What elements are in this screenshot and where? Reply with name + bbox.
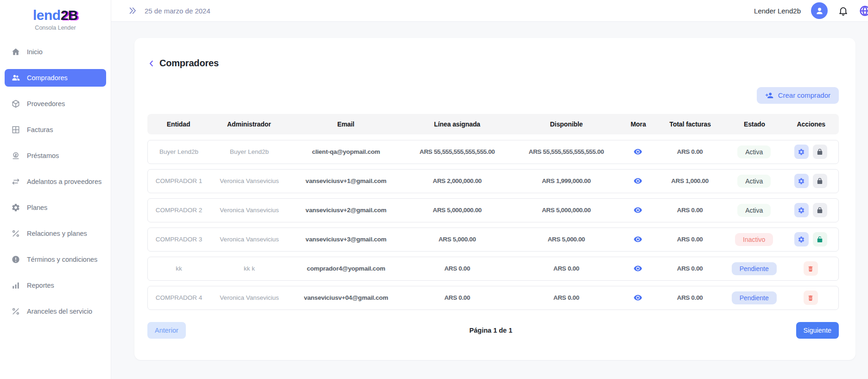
row-actions: [785, 174, 837, 188]
chart-icon: [11, 281, 20, 290]
brand-logo: lend2B Consola Lender: [0, 7, 111, 31]
cell-linea-asignada: ARS 5,000,000.00: [403, 207, 511, 214]
settings-button[interactable]: [794, 174, 809, 188]
cell-total-facturas: ARS 0.00: [655, 236, 725, 243]
eye-icon: [634, 177, 642, 185]
trash-icon: [807, 294, 814, 302]
user-plus-icon: [765, 91, 773, 100]
sidebar-item-label: Compradores: [27, 74, 68, 82]
title-row: Compradores: [147, 52, 839, 75]
sidebar-item-label: Adelantos a proveedores: [27, 178, 101, 185]
language-button[interactable]: [859, 5, 868, 17]
sidebar-item-reportes[interactable]: Reportes: [5, 277, 106, 294]
user-icon: [815, 6, 824, 16]
column-header-disponible: Disponible: [511, 120, 622, 128]
cell-acciones: [783, 174, 838, 188]
sidebar-item-compradores[interactable]: Compradores: [5, 69, 106, 87]
percent-icon: [11, 229, 20, 238]
mora-view-button[interactable]: [634, 264, 642, 273]
lock-button[interactable]: [813, 203, 827, 217]
actions-row: Crear comprador: [147, 87, 839, 104]
user-avatar-button[interactable]: [811, 2, 828, 19]
cell-email: vanseviciusv+2@gmail.com: [289, 207, 403, 214]
eye-icon: [634, 293, 642, 302]
settings-button[interactable]: [794, 203, 809, 217]
eye-icon: [634, 206, 642, 215]
sidebar-item-aranceles[interactable]: Aranceles del servicio: [5, 303, 106, 320]
lock-button[interactable]: [813, 174, 827, 188]
cell-total-facturas: ARS 0.00: [655, 207, 725, 214]
topbar-left: 25 de marzo de 2024: [128, 6, 210, 15]
delete-button[interactable]: [804, 261, 818, 276]
cell-acciones: [783, 232, 838, 246]
sidebar-item-inicio[interactable]: Inicio: [5, 43, 106, 61]
cell-administrador: Veronica Vansevicius: [210, 294, 289, 301]
table-row: COMPRADOR 2Veronica Vanseviciusvansevici…: [147, 198, 839, 222]
mora-view-button[interactable]: [634, 206, 642, 215]
cell-total-facturas: ARS 0.00: [655, 294, 725, 301]
gear-icon: [11, 203, 20, 212]
cell-disponible: ARS 5,000.00: [511, 236, 621, 243]
status-badge: Pendiente: [732, 262, 777, 275]
pagination: Anterior Página 1 de 1 Siguiente: [147, 322, 839, 339]
mora-view-button[interactable]: [634, 177, 642, 185]
users-icon: [11, 73, 20, 82]
chevrons-right-icon: [128, 6, 137, 15]
sidebar-collapse-button[interactable]: [128, 6, 137, 15]
cell-mora: [621, 264, 655, 273]
cell-estado: Activa: [725, 175, 783, 188]
cell-administrador: Veronica Vansevicius: [210, 207, 289, 214]
sidebar-item-label: Facturas: [27, 126, 53, 133]
next-page-button[interactable]: Siguiente: [796, 322, 839, 339]
sidebar-item-terminos[interactable]: Términos y condiciones: [5, 251, 106, 268]
mora-view-button[interactable]: [634, 293, 642, 302]
lock-button[interactable]: [813, 145, 827, 159]
sidebar-item-planes[interactable]: Planes: [5, 199, 106, 216]
settings-button[interactable]: [794, 145, 809, 159]
sidebar-item-label: Relaciones y planes: [27, 230, 87, 237]
page-title: Compradores: [159, 58, 219, 69]
sidebar-item-adelantos[interactable]: Adelantos a proveedores: [5, 173, 106, 190]
eye-icon: [634, 147, 642, 156]
row-actions: [785, 232, 837, 246]
previous-page-button[interactable]: Anterior: [147, 322, 186, 339]
column-header-email: Email: [288, 120, 403, 128]
cell-acciones: [783, 145, 838, 159]
notifications-button[interactable]: [838, 6, 849, 16]
console-subtitle: Consola Lender: [0, 25, 111, 31]
logo-part-2b: 2B: [61, 7, 78, 23]
cell-linea-asignada: ARS 0.00: [403, 265, 511, 272]
alert-icon: [11, 255, 20, 264]
cell-disponible: ARS 0.00: [511, 265, 621, 272]
cell-email: vanseviciusv+3@gmail.com: [289, 236, 403, 243]
row-actions: [785, 291, 837, 305]
sidebar-item-label: Reportes: [27, 282, 54, 289]
sidebar-item-label: Inicio: [27, 48, 43, 56]
sidebar-nav: InicioCompradoresProveedoresFacturasPrés…: [0, 43, 111, 320]
back-button[interactable]: [147, 59, 156, 68]
sidebar-item-relaciones[interactable]: Relaciones y planes: [5, 225, 106, 242]
sidebar-item-label: Préstamos: [27, 152, 59, 159]
user-name: Lender Lend2b: [754, 7, 801, 15]
sidebar-item-proveedores[interactable]: Proveedores: [5, 95, 106, 113]
lock-icon: [816, 177, 824, 185]
page-info: Página 1 de 1: [186, 327, 796, 334]
cell-mora: [621, 147, 655, 156]
cell-acciones: [783, 203, 838, 217]
topbar: 25 de marzo de 2024 Lender Lend2b: [111, 0, 868, 22]
unlock-button[interactable]: [813, 232, 827, 246]
cell-disponible: ARS 55,555,555,555,555.00: [511, 148, 621, 155]
mora-view-button[interactable]: [634, 235, 642, 244]
trash-icon: [807, 265, 814, 272]
cell-mora: [621, 235, 655, 244]
delete-button[interactable]: [804, 291, 818, 305]
sidebar-item-prestamos[interactable]: Préstamos: [5, 147, 106, 164]
sidebar-item-facturas[interactable]: Facturas: [5, 121, 106, 139]
cell-linea-asignada: ARS 2,000,000.00: [403, 177, 511, 184]
lock-icon: [816, 148, 824, 156]
mora-view-button[interactable]: [634, 147, 642, 156]
settings-button[interactable]: [794, 232, 809, 246]
cell-disponible: ARS 0.00: [511, 294, 621, 301]
compradores-table: Entidad Administrador Email Línea asigna…: [147, 114, 839, 310]
create-comprador-button[interactable]: Crear comprador: [757, 87, 839, 104]
